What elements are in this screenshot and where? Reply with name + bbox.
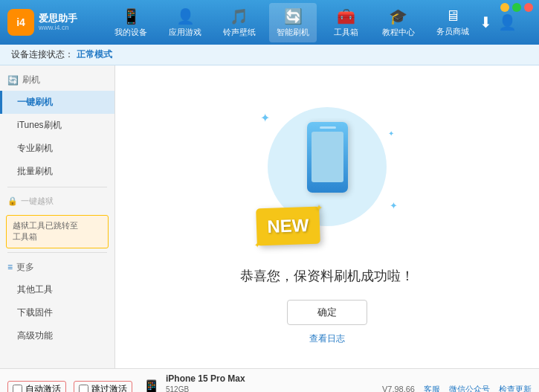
nav-toolbox[interactable]: 🧰 工具箱 xyxy=(323,3,368,42)
sidebar-item-download-firmware[interactable]: 下载固件 xyxy=(0,301,114,324)
win-close[interactable] xyxy=(524,3,533,12)
wechat-link[interactable]: 微信公众号 xyxy=(449,384,490,393)
sidebar-item-advanced[interactable]: 高级功能 xyxy=(0,324,114,347)
more-group-icon: ≡ xyxy=(7,262,13,272)
view-log-link[interactable]: 查看日志 xyxy=(309,332,345,345)
ringtone-icon: 🎵 xyxy=(230,7,248,25)
sidebar-item-one-click-flash[interactable]: 一键刷机 xyxy=(0,91,114,114)
sidebar-divider-1 xyxy=(7,187,107,187)
win-maximize[interactable] xyxy=(512,3,521,12)
flash-icon: 🔄 xyxy=(284,7,303,25)
device-phone-icon: 📱 xyxy=(141,379,161,392)
status-label: 设备连接状态： xyxy=(11,48,74,61)
sidebar-group-flash: 🔄 刷机 xyxy=(0,69,114,91)
sparkle-icon-1: ✦ xyxy=(315,202,323,213)
sidebar-group-jailbreak: 🔒 一键越狱 xyxy=(0,191,114,211)
new-badge-text: NEW xyxy=(267,215,309,237)
download-button[interactable]: ⬇ xyxy=(480,13,492,31)
toolbox-icon: 🧰 xyxy=(337,7,355,25)
check-update-link[interactable]: 检查更新 xyxy=(499,384,532,393)
sparkle-icon-5: ✦ xyxy=(390,200,398,211)
user-button[interactable]: 👤 xyxy=(498,13,517,31)
nav-tutorial[interactable]: 🎓 教程中心 xyxy=(375,3,422,42)
nav-my-device[interactable]: 📱 我的设备 xyxy=(107,3,155,42)
status-bar: 设备连接状态： 正常模式 xyxy=(0,45,539,65)
main-area: 🔄 刷机 一键刷机 iTunes刷机 专业刷机 批量刷机 🔒 一键越狱 xyxy=(0,65,539,368)
sparkle-icon-2: ✦ xyxy=(254,240,260,248)
logo-name: 爱思助手 xyxy=(39,13,77,25)
sidebar-item-batch-flash[interactable]: 批量刷机 xyxy=(0,160,114,183)
header: i4 爱思助手 www.i4.cn 📱 我的设备 👤 应用游戏 🎵 铃声壁纸 🔄 xyxy=(0,0,539,45)
logo-icon: i4 xyxy=(7,9,34,36)
sidebar-item-other-tools[interactable]: 其他工具 xyxy=(0,278,114,301)
customer-service-link[interactable]: 客服 xyxy=(424,384,440,393)
sidebar-divider-2 xyxy=(7,252,107,253)
logo-url: www.i4.cn xyxy=(39,24,77,32)
win-minimize[interactable] xyxy=(500,3,509,12)
nav-ringtone[interactable]: 🎵 铃声壁纸 xyxy=(216,3,263,42)
footer-links: V7.98.66 客服 微信公众号 检查更新 xyxy=(382,384,532,393)
sidebar-item-itunes-flash[interactable]: iTunes刷机 xyxy=(0,114,114,137)
auto-activate-checkbox[interactable] xyxy=(13,385,22,393)
sidebar-group-more: ≡ 更多 xyxy=(0,257,114,278)
content-area: NEW ✦ ✦ ✦ ✦ ✦ 恭喜您，保资料刷机成功啦！ 确定 查看日志 xyxy=(115,65,539,368)
auto-activate-checkbox-wrapper[interactable]: 自动激活 xyxy=(7,381,66,393)
nav-smart-flash[interactable]: 🔄 智能刷机 xyxy=(269,3,317,42)
sidebar-item-pro-flash[interactable]: 专业刷机 xyxy=(0,137,114,160)
service-icon: 🖥 xyxy=(445,7,460,25)
bottom-bar: 自动激活 跳过激活 📱 iPhone 15 Pro Max 512GB iPho… xyxy=(0,368,539,392)
sidebar-notice: 越狱工具已跳转至工具箱 xyxy=(6,215,109,248)
nav-service[interactable]: 🖥 务员商城 xyxy=(429,3,477,42)
device-section: 📱 iPhone 15 Pro Max 512GB iPhone xyxy=(141,373,245,392)
sparkle-icon-3: ✦ xyxy=(260,111,270,125)
version: V7.98.66 xyxy=(382,385,415,392)
lock-icon: 🔒 xyxy=(7,196,18,206)
success-illustration: NEW ✦ ✦ ✦ ✦ ✦ xyxy=(253,89,401,252)
device-name: iPhone 15 Pro Max xyxy=(166,373,245,385)
skip-activate-checkbox[interactable] xyxy=(79,385,88,393)
skip-activate-label: 跳过激活 xyxy=(91,383,127,393)
sparkle-icon-4: ✦ xyxy=(388,129,394,138)
tutorial-icon: 🎓 xyxy=(389,7,407,25)
flash-group-label: 刷机 xyxy=(22,74,40,86)
device-storage: 512GB xyxy=(166,385,245,392)
skip-activate-checkbox-wrapper[interactable]: 跳过激活 xyxy=(74,381,132,393)
flash-group-icon: 🔄 xyxy=(7,75,19,86)
auto-activate-label: 自动激活 xyxy=(25,383,61,393)
app-icon: 👤 xyxy=(176,7,195,25)
confirm-button[interactable]: 确定 xyxy=(287,300,367,325)
sidebar: 🔄 刷机 一键刷机 iTunes刷机 专业刷机 批量刷机 🔒 一键越狱 xyxy=(0,65,115,368)
status-value: 正常模式 xyxy=(77,48,112,61)
success-text: 恭喜您，保资料刷机成功啦！ xyxy=(240,267,414,285)
main-nav: 📱 我的设备 👤 应用游戏 🎵 铃声壁纸 🔄 智能刷机 🧰 工具箱 🎓 xyxy=(104,3,480,42)
nav-app-game[interactable]: 👤 应用游戏 xyxy=(161,3,209,42)
device-icon: 📱 xyxy=(122,7,141,25)
logo: i4 爱思助手 www.i4.cn xyxy=(7,9,89,36)
